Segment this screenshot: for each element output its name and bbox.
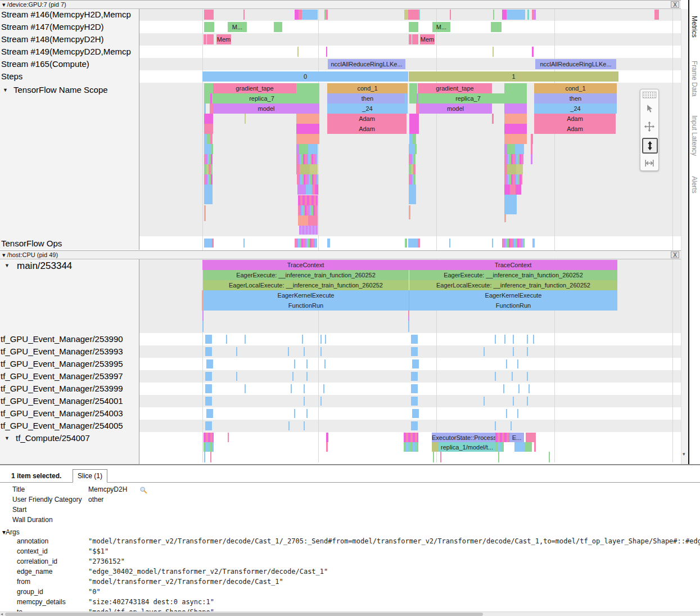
- trace-slice[interactable]: [296, 83, 319, 93]
- trace-slice[interactable]: [502, 10, 507, 20]
- trace-slice[interactable]: [296, 154, 318, 164]
- trace-slice[interactable]: [326, 442, 328, 452]
- trace-slice[interactable]: [210, 452, 211, 462]
- trace-slice[interactable]: [495, 421, 496, 430]
- trace-slice[interactable]: [412, 359, 419, 368]
- cpu-process-header[interactable]: ▾ /host:CPU (pid 49) X: [0, 250, 681, 259]
- trace-slice[interactable]: [310, 164, 318, 174]
- trace-slice[interactable]: [205, 372, 212, 381]
- trace-slice[interactable]: [506, 409, 507, 418]
- trace-slice[interactable]: [514, 442, 525, 452]
- trace-slice[interactable]: [404, 442, 418, 452]
- trace-slice[interactable]: [405, 93, 407, 104]
- trace-slice[interactable]: [409, 154, 416, 164]
- trace-slice[interactable]: [408, 321, 409, 332]
- trace-slice[interactable]: [531, 154, 532, 164]
- trace-slice[interactable]: [504, 335, 505, 344]
- trace-slice[interactable]: 0: [202, 71, 408, 82]
- trace-slice[interactable]: EagerExecute: __inference_train_function…: [409, 270, 617, 280]
- trace-slice[interactable]: [243, 239, 245, 248]
- trace-slice[interactable]: [414, 144, 417, 154]
- trace-slice[interactable]: [495, 335, 496, 344]
- trace-slice[interactable]: [412, 409, 419, 418]
- trace-slice[interactable]: gradient_tape: [418, 83, 492, 93]
- trace-slice[interactable]: Mem: [216, 34, 231, 44]
- trace-slice[interactable]: [504, 214, 506, 222]
- trace-slice[interactable]: [324, 359, 326, 368]
- trace-slice[interactable]: [204, 185, 213, 204]
- trace-slice[interactable]: [408, 316, 409, 321]
- trace-slice[interactable]: [204, 144, 211, 154]
- trace-slice[interactable]: [326, 47, 327, 57]
- trace-slice[interactable]: [484, 347, 485, 356]
- trace-slice[interactable]: [516, 164, 523, 174]
- trace-slice[interactable]: [408, 311, 409, 316]
- trace-slice[interactable]: [304, 421, 305, 430]
- trace-slice[interactable]: [409, 205, 410, 219]
- args-section-header[interactable]: ▾Args: [2, 528, 20, 536]
- trace-slice[interactable]: [409, 174, 416, 185]
- trace-slice[interactable]: [450, 10, 451, 20]
- trace-slice[interactable]: [493, 10, 494, 20]
- trace-slice[interactable]: E...: [509, 433, 524, 442]
- trace-slice[interactable]: [298, 205, 318, 215]
- trace-slice[interactable]: [504, 124, 527, 134]
- trace-slice[interactable]: [296, 124, 319, 134]
- trace-slice[interactable]: [413, 164, 416, 174]
- trace-slice[interactable]: [502, 239, 525, 248]
- trace-slice[interactable]: [506, 359, 507, 368]
- trace-slice[interactable]: [299, 144, 308, 154]
- trace-slice[interactable]: [295, 239, 317, 248]
- trace-slice[interactable]: [204, 174, 213, 185]
- trace-slice[interactable]: [484, 397, 485, 406]
- trace-slice[interactable]: [205, 384, 212, 393]
- trace-slice[interactable]: [527, 347, 528, 356]
- trace-slice[interactable]: [202, 321, 204, 332]
- vertical-scrollbar[interactable]: ▾: [681, 9, 688, 464]
- trace-slice[interactable]: [449, 239, 450, 248]
- trace-slice[interactable]: [204, 104, 206, 114]
- trace-slice[interactable]: [210, 134, 213, 144]
- trace-slice[interactable]: [245, 114, 246, 124]
- trace-slice[interactable]: [532, 47, 534, 57]
- trace-slice[interactable]: EagerLocalExecute: __inference_train_fun…: [203, 280, 409, 290]
- gpu-process-header[interactable]: ▾ /device:GPU:7 (pid 7) X: [0, 0, 681, 9]
- trace-slice[interactable]: [205, 397, 212, 406]
- trace-slice[interactable]: then: [534, 93, 617, 104]
- trace-slice[interactable]: model: [213, 104, 319, 114]
- trace-slice[interactable]: [525, 442, 532, 452]
- trace-slice[interactable]: [411, 384, 418, 393]
- trace-slice[interactable]: replica_1/model/t...: [439, 442, 495, 452]
- trace-slice[interactable]: [204, 154, 213, 164]
- trace-slice[interactable]: gradient_tape: [213, 83, 296, 93]
- trace-slice[interactable]: [504, 134, 527, 144]
- trace-slice[interactable]: [404, 104, 406, 114]
- trace-slice[interactable]: [204, 83, 213, 93]
- trace-slice[interactable]: [204, 452, 205, 462]
- trace-slice[interactable]: [513, 397, 514, 406]
- trace-slice[interactable]: [408, 239, 418, 248]
- trace-slice[interactable]: [236, 347, 237, 356]
- trace-slice[interactable]: [211, 144, 213, 154]
- trace-slice[interactable]: [206, 409, 213, 418]
- trace-slice[interactable]: [298, 215, 308, 226]
- trace-slice[interactable]: [274, 22, 282, 32]
- trace-slice[interactable]: [299, 226, 318, 235]
- trace-slice[interactable]: [298, 195, 318, 205]
- trace-slice[interactable]: [412, 134, 416, 144]
- toolbar-drag-handle[interactable]: [642, 91, 657, 98]
- row-label[interactable]: TensorFlow Name Scope: [13, 85, 108, 95]
- trace-slice[interactable]: [504, 114, 527, 124]
- trace-slice[interactable]: [504, 83, 527, 93]
- trace-slice[interactable]: [409, 124, 419, 134]
- trace-slice[interactable]: [294, 359, 295, 368]
- trace-slice[interactable]: [515, 144, 524, 154]
- trace-slice[interactable]: [511, 421, 512, 430]
- trace-slice[interactable]: [306, 359, 308, 368]
- trace-slice[interactable]: [412, 34, 418, 44]
- trace-slice[interactable]: [411, 347, 418, 356]
- trace-slice[interactable]: model: [419, 104, 492, 114]
- trace-slice[interactable]: EagerKernelExecute: [203, 290, 409, 300]
- trace-slice[interactable]: [504, 154, 523, 164]
- trace-slice[interactable]: [236, 372, 237, 381]
